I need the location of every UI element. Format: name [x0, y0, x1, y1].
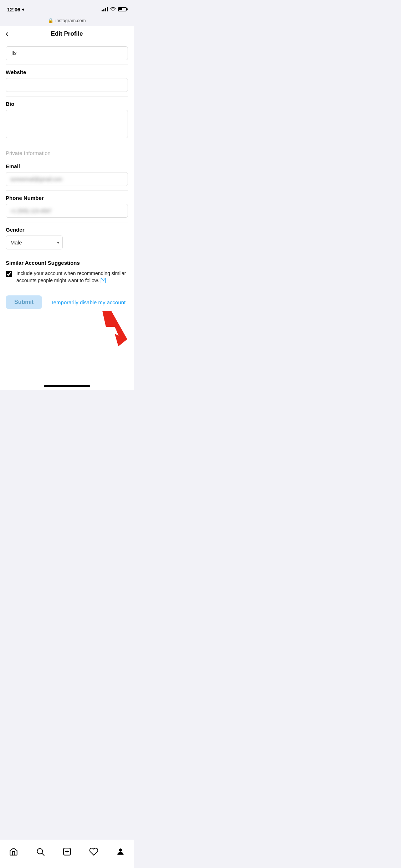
submit-area: Submit Temporarily disable my account: [6, 290, 128, 317]
website-label: Website: [6, 69, 128, 75]
gender-select[interactable]: Male Female Custom Prefer not to say: [6, 236, 63, 249]
website-input[interactable]: [6, 78, 128, 92]
nav-header: ‹ Edit Profile: [0, 26, 134, 42]
home-indicator-bar: [44, 385, 90, 387]
page-title: Edit Profile: [51, 30, 83, 37]
suggestions-checkbox[interactable]: [6, 271, 12, 277]
time-display: 12:06: [7, 6, 20, 12]
suggestions-checkbox-row: Include your account when recommending s…: [6, 270, 128, 284]
help-link[interactable]: [?]: [101, 278, 106, 283]
gender-field-group: Gender Male Female Custom Prefer not to …: [6, 222, 128, 254]
submit-button[interactable]: Submit: [6, 295, 42, 309]
username-input[interactable]: [6, 46, 128, 60]
edit-profile-form: Website Bio Private Information Email so…: [0, 42, 134, 353]
phone-field-group: Phone Number +1 (555) 123-4567: [6, 191, 128, 222]
back-button[interactable]: ‹: [6, 30, 8, 38]
bio-field-group: Bio: [6, 97, 128, 144]
suggestions-title: Similar Account Suggestions: [6, 260, 128, 266]
location-icon: ◂: [22, 7, 24, 12]
suggestions-label[interactable]: Include your account when recommending s…: [16, 270, 128, 284]
gender-select-wrapper: Male Female Custom Prefer not to say ▾: [6, 236, 63, 249]
bio-label: Bio: [6, 101, 128, 107]
email-value: someemail@gmail.com: [10, 176, 62, 182]
status-bar: 12:06 ◂: [0, 0, 134, 16]
url-text: instagram.com: [55, 18, 86, 23]
signal-icon: [102, 7, 108, 11]
website-field-group: Website: [6, 65, 128, 97]
phone-input[interactable]: +1 (555) 123-4567: [6, 204, 128, 218]
battery-icon: [118, 7, 127, 11]
lock-icon: 🔒: [48, 18, 53, 23]
gender-label: Gender: [6, 227, 128, 233]
username-field-group: [6, 42, 128, 65]
disable-account-link[interactable]: Temporarily disable my account: [51, 299, 125, 305]
browser-bar: 🔒 instagram.com: [0, 16, 134, 26]
url-bar: 🔒 instagram.com: [48, 18, 86, 23]
private-information-header: Private Information: [6, 144, 128, 159]
home-indicator-area: [0, 353, 134, 390]
bio-input[interactable]: [6, 110, 128, 138]
email-label: Email: [6, 163, 128, 169]
status-icons: [102, 7, 127, 12]
email-input[interactable]: someemail@gmail.com: [6, 172, 128, 186]
phone-value: +1 (555) 123-4567: [10, 208, 52, 214]
page-wrapper: 12:06 ◂ 🔒 instagram.com: [0, 0, 134, 390]
email-field-group: Email someemail@gmail.com: [6, 159, 128, 191]
wifi-icon: [110, 7, 116, 12]
phone-label: Phone Number: [6, 195, 128, 201]
status-time: 12:06 ◂: [7, 6, 24, 12]
suggestions-section: Similar Account Suggestions Include your…: [6, 254, 128, 290]
